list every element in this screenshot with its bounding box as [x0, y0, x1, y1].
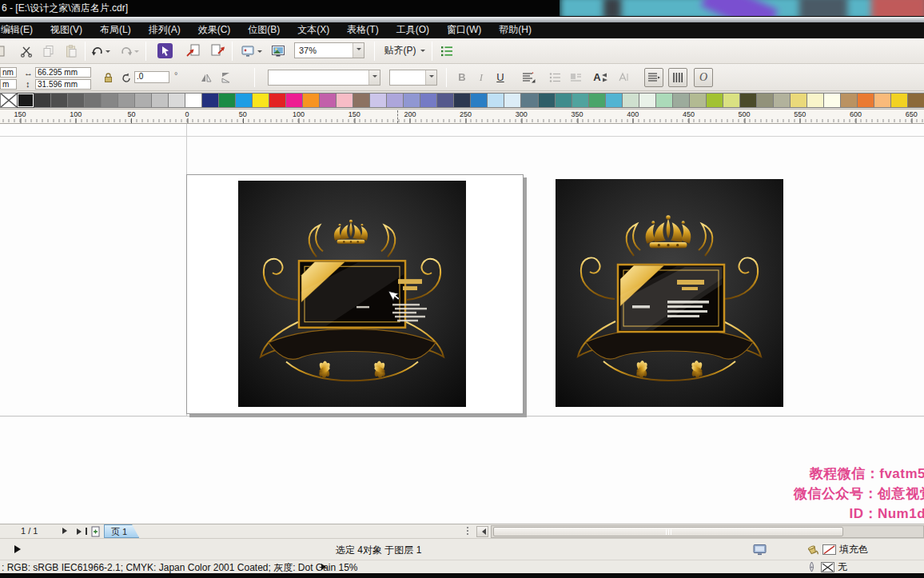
- lock-ratio-button[interactable]: [101, 69, 115, 86]
- menu-item[interactable]: 视图(V): [42, 23, 90, 37]
- color-swatch[interactable]: [453, 93, 471, 108]
- columns-button[interactable]: [668, 68, 687, 87]
- zoom-level-combo[interactable]: 37%: [294, 42, 364, 58]
- color-swatch[interactable]: [588, 93, 606, 108]
- text-frame-button[interactable]: [644, 68, 663, 87]
- color-swatch[interactable]: [235, 93, 253, 108]
- page-tab[interactable]: 页 1: [104, 524, 139, 538]
- color-swatch[interactable]: [520, 93, 538, 108]
- color-swatch[interactable]: [34, 93, 51, 108]
- color-swatch[interactable]: [352, 93, 370, 108]
- color-swatch[interactable]: [252, 93, 269, 108]
- color-swatch[interactable]: [874, 93, 891, 108]
- color-swatch[interactable]: [420, 93, 437, 108]
- scrollbar-thumb[interactable]: [493, 527, 843, 536]
- color-swatch[interactable]: [572, 93, 589, 108]
- font-size-dropdown-icon[interactable]: [425, 70, 436, 85]
- color-swatch[interactable]: [101, 93, 118, 108]
- color-swatch[interactable]: [639, 93, 656, 108]
- drop-cap-button[interactable]: [568, 69, 583, 86]
- document-color-settings-icon[interactable]: [751, 540, 767, 558]
- options-button[interactable]: [438, 42, 456, 60]
- outline-pen-button[interactable]: O: [694, 68, 713, 87]
- copy-button[interactable]: [40, 42, 58, 60]
- edit-text-button[interactable]: [615, 69, 633, 86]
- business-card-left[interactable]: [238, 181, 466, 407]
- menu-item[interactable]: 排列(A): [141, 23, 189, 37]
- launcher-dropdown[interactable]: [256, 42, 264, 60]
- export-button[interactable]: [208, 42, 227, 60]
- menu-item[interactable]: 表格(T): [339, 23, 386, 37]
- object-x-field-clipped[interactable]: nm: [0, 67, 17, 78]
- business-card-right[interactable]: [556, 179, 783, 407]
- color-swatch[interactable]: [319, 93, 337, 108]
- color-swatch[interactable]: [790, 93, 807, 108]
- zoom-dropdown-icon[interactable]: [352, 43, 364, 58]
- font-list-dropdown-icon[interactable]: [368, 70, 380, 85]
- menu-item[interactable]: 布局(L): [92, 23, 139, 37]
- horizontal-scrollbar[interactable]: [491, 525, 924, 538]
- menu-item[interactable]: 工具(O): [388, 23, 437, 37]
- menu-item[interactable]: 编辑(E): [0, 23, 41, 37]
- color-swatch[interactable]: [840, 93, 858, 108]
- last-page-button[interactable]: [77, 528, 87, 535]
- color-swatch[interactable]: [723, 93, 740, 108]
- menu-item[interactable]: 位图(B): [240, 23, 288, 37]
- color-swatch[interactable]: [538, 93, 556, 108]
- color-swatch[interactable]: [655, 93, 673, 108]
- object-width-field[interactable]: 66.295 mm: [35, 67, 91, 78]
- mirror-horizontal-button[interactable]: [198, 69, 214, 86]
- menu-item[interactable]: 文本(X): [289, 23, 337, 37]
- color-swatch[interactable]: [807, 93, 824, 108]
- redo-button[interactable]: [118, 42, 134, 60]
- color-swatch[interactable]: [773, 93, 791, 108]
- color-swatch[interactable]: [285, 93, 303, 108]
- color-swatch[interactable]: [605, 93, 623, 108]
- color-swatch[interactable]: [17, 93, 34, 108]
- color-swatch[interactable]: [756, 93, 774, 108]
- application-launcher-button[interactable]: [238, 42, 257, 60]
- color-swatch[interactable]: [739, 93, 757, 108]
- color-swatch[interactable]: [857, 93, 874, 108]
- color-swatch[interactable]: [890, 93, 908, 108]
- redo-dropdown[interactable]: [133, 42, 141, 60]
- color-swatch[interactable]: [622, 93, 639, 108]
- fill-color-swatch[interactable]: [822, 544, 836, 555]
- object-y-field-clipped[interactable]: m: [0, 79, 17, 90]
- menu-item[interactable]: 效果(C): [190, 23, 239, 37]
- color-swatch[interactable]: [470, 93, 488, 108]
- color-swatch[interactable]: [689, 93, 707, 108]
- mirror-vertical-button[interactable]: [217, 69, 233, 86]
- color-swatch[interactable]: [134, 93, 152, 108]
- horizontal-ruler[interactable]: 1501005005010015020025030035040045050055…: [0, 110, 924, 124]
- cut-button[interactable]: [18, 42, 35, 60]
- color-swatch[interactable]: [487, 93, 504, 108]
- font-list-combo[interactable]: [268, 70, 380, 86]
- bold-button[interactable]: B: [456, 69, 468, 86]
- color-swatch[interactable]: [168, 93, 185, 108]
- pane-splitter[interactable]: [467, 527, 468, 536]
- color-swatch[interactable]: [403, 93, 420, 108]
- add-page-button[interactable]: [90, 526, 101, 537]
- profile-flyout-arrow-icon[interactable]: [321, 564, 329, 570]
- guideline-horizontal-top[interactable]: [0, 136, 924, 137]
- color-swatch[interactable]: [436, 93, 454, 108]
- color-swatch[interactable]: [336, 93, 353, 108]
- color-swatch[interactable]: [386, 93, 404, 108]
- color-swatch[interactable]: [50, 93, 68, 108]
- color-swatch[interactable]: [84, 93, 102, 108]
- fullscreen-preview-button[interactable]: [269, 42, 288, 60]
- color-swatch[interactable]: [201, 93, 219, 108]
- color-swatch[interactable]: [907, 93, 924, 108]
- rotation-angle-field[interactable]: .0: [134, 71, 169, 83]
- paste-button[interactable]: [62, 42, 80, 60]
- undo-dropdown[interactable]: [104, 42, 112, 60]
- color-swatch[interactable]: [218, 93, 236, 108]
- color-swatch[interactable]: [823, 93, 841, 108]
- status-flyout-arrow-icon[interactable]: [14, 545, 25, 553]
- font-size-combo[interactable]: [389, 70, 437, 86]
- snap-to-button[interactable]: 贴齐(P): [382, 42, 427, 60]
- color-swatch[interactable]: [369, 93, 387, 108]
- scroll-left-button[interactable]: [476, 526, 488, 537]
- next-page-button[interactable]: [62, 528, 70, 534]
